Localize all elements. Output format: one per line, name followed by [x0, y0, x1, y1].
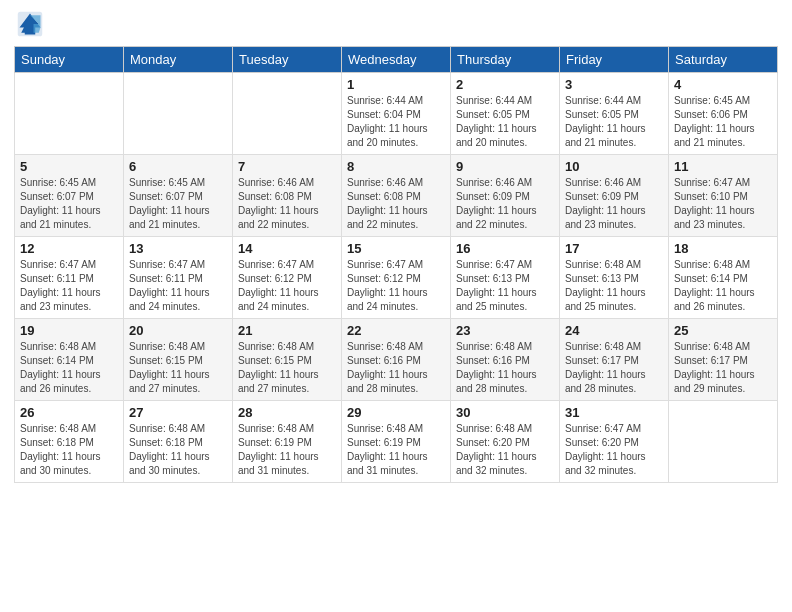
day-info: Sunrise: 6:46 AMSunset: 6:08 PMDaylight:…: [347, 176, 445, 232]
day-info: Sunrise: 6:47 AMSunset: 6:12 PMDaylight:…: [238, 258, 336, 314]
calendar-header-row: SundayMondayTuesdayWednesdayThursdayFrid…: [15, 47, 778, 73]
day-number: 7: [238, 159, 336, 174]
col-header-saturday: Saturday: [669, 47, 778, 73]
calendar-cell: 3Sunrise: 6:44 AMSunset: 6:05 PMDaylight…: [560, 73, 669, 155]
day-info: Sunrise: 6:48 AMSunset: 6:16 PMDaylight:…: [456, 340, 554, 396]
day-info: Sunrise: 6:47 AMSunset: 6:13 PMDaylight:…: [456, 258, 554, 314]
calendar-cell: 1Sunrise: 6:44 AMSunset: 6:04 PMDaylight…: [342, 73, 451, 155]
calendar-cell: [15, 73, 124, 155]
day-info: Sunrise: 6:48 AMSunset: 6:18 PMDaylight:…: [129, 422, 227, 478]
calendar-week-row: 12Sunrise: 6:47 AMSunset: 6:11 PMDayligh…: [15, 237, 778, 319]
day-number: 24: [565, 323, 663, 338]
calendar-cell: [669, 401, 778, 483]
calendar-week-row: 26Sunrise: 6:48 AMSunset: 6:18 PMDayligh…: [15, 401, 778, 483]
day-number: 22: [347, 323, 445, 338]
day-info: Sunrise: 6:47 AMSunset: 6:11 PMDaylight:…: [129, 258, 227, 314]
col-header-thursday: Thursday: [451, 47, 560, 73]
calendar-cell: 5Sunrise: 6:45 AMSunset: 6:07 PMDaylight…: [15, 155, 124, 237]
calendar-cell: 24Sunrise: 6:48 AMSunset: 6:17 PMDayligh…: [560, 319, 669, 401]
calendar-cell: 28Sunrise: 6:48 AMSunset: 6:19 PMDayligh…: [233, 401, 342, 483]
day-info: Sunrise: 6:48 AMSunset: 6:13 PMDaylight:…: [565, 258, 663, 314]
page: SundayMondayTuesdayWednesdayThursdayFrid…: [0, 0, 792, 612]
calendar-cell: [124, 73, 233, 155]
day-number: 15: [347, 241, 445, 256]
calendar-cell: 23Sunrise: 6:48 AMSunset: 6:16 PMDayligh…: [451, 319, 560, 401]
calendar-cell: 20Sunrise: 6:48 AMSunset: 6:15 PMDayligh…: [124, 319, 233, 401]
logo-icon: [16, 10, 44, 38]
day-info: Sunrise: 6:46 AMSunset: 6:09 PMDaylight:…: [565, 176, 663, 232]
calendar-cell: 30Sunrise: 6:48 AMSunset: 6:20 PMDayligh…: [451, 401, 560, 483]
calendar-cell: 26Sunrise: 6:48 AMSunset: 6:18 PMDayligh…: [15, 401, 124, 483]
calendar-cell: 11Sunrise: 6:47 AMSunset: 6:10 PMDayligh…: [669, 155, 778, 237]
day-number: 23: [456, 323, 554, 338]
day-info: Sunrise: 6:47 AMSunset: 6:12 PMDaylight:…: [347, 258, 445, 314]
calendar-cell: 22Sunrise: 6:48 AMSunset: 6:16 PMDayligh…: [342, 319, 451, 401]
calendar-cell: 16Sunrise: 6:47 AMSunset: 6:13 PMDayligh…: [451, 237, 560, 319]
day-info: Sunrise: 6:44 AMSunset: 6:05 PMDaylight:…: [565, 94, 663, 150]
day-number: 28: [238, 405, 336, 420]
calendar-cell: 8Sunrise: 6:46 AMSunset: 6:08 PMDaylight…: [342, 155, 451, 237]
day-number: 10: [565, 159, 663, 174]
calendar-cell: [233, 73, 342, 155]
day-info: Sunrise: 6:46 AMSunset: 6:08 PMDaylight:…: [238, 176, 336, 232]
calendar-cell: 14Sunrise: 6:47 AMSunset: 6:12 PMDayligh…: [233, 237, 342, 319]
calendar-week-row: 5Sunrise: 6:45 AMSunset: 6:07 PMDaylight…: [15, 155, 778, 237]
day-number: 6: [129, 159, 227, 174]
day-info: Sunrise: 6:47 AMSunset: 6:20 PMDaylight:…: [565, 422, 663, 478]
calendar-week-row: 19Sunrise: 6:48 AMSunset: 6:14 PMDayligh…: [15, 319, 778, 401]
day-number: 5: [20, 159, 118, 174]
calendar-table: SundayMondayTuesdayWednesdayThursdayFrid…: [14, 46, 778, 483]
logo: [14, 10, 44, 38]
day-info: Sunrise: 6:48 AMSunset: 6:16 PMDaylight:…: [347, 340, 445, 396]
day-info: Sunrise: 6:44 AMSunset: 6:05 PMDaylight:…: [456, 94, 554, 150]
day-number: 13: [129, 241, 227, 256]
calendar-cell: 19Sunrise: 6:48 AMSunset: 6:14 PMDayligh…: [15, 319, 124, 401]
day-info: Sunrise: 6:48 AMSunset: 6:17 PMDaylight:…: [674, 340, 772, 396]
col-header-monday: Monday: [124, 47, 233, 73]
calendar-cell: 4Sunrise: 6:45 AMSunset: 6:06 PMDaylight…: [669, 73, 778, 155]
day-number: 19: [20, 323, 118, 338]
day-number: 25: [674, 323, 772, 338]
calendar-cell: 18Sunrise: 6:48 AMSunset: 6:14 PMDayligh…: [669, 237, 778, 319]
day-info: Sunrise: 6:48 AMSunset: 6:19 PMDaylight:…: [238, 422, 336, 478]
day-number: 2: [456, 77, 554, 92]
day-info: Sunrise: 6:48 AMSunset: 6:14 PMDaylight:…: [674, 258, 772, 314]
day-number: 26: [20, 405, 118, 420]
day-number: 27: [129, 405, 227, 420]
day-number: 12: [20, 241, 118, 256]
calendar-cell: 2Sunrise: 6:44 AMSunset: 6:05 PMDaylight…: [451, 73, 560, 155]
day-info: Sunrise: 6:48 AMSunset: 6:18 PMDaylight:…: [20, 422, 118, 478]
calendar-cell: 7Sunrise: 6:46 AMSunset: 6:08 PMDaylight…: [233, 155, 342, 237]
day-info: Sunrise: 6:45 AMSunset: 6:07 PMDaylight:…: [129, 176, 227, 232]
calendar-cell: 6Sunrise: 6:45 AMSunset: 6:07 PMDaylight…: [124, 155, 233, 237]
day-info: Sunrise: 6:46 AMSunset: 6:09 PMDaylight:…: [456, 176, 554, 232]
day-number: 4: [674, 77, 772, 92]
day-number: 16: [456, 241, 554, 256]
calendar-cell: 17Sunrise: 6:48 AMSunset: 6:13 PMDayligh…: [560, 237, 669, 319]
calendar-cell: 31Sunrise: 6:47 AMSunset: 6:20 PMDayligh…: [560, 401, 669, 483]
day-info: Sunrise: 6:45 AMSunset: 6:07 PMDaylight:…: [20, 176, 118, 232]
day-number: 20: [129, 323, 227, 338]
day-info: Sunrise: 6:48 AMSunset: 6:14 PMDaylight:…: [20, 340, 118, 396]
calendar-cell: 25Sunrise: 6:48 AMSunset: 6:17 PMDayligh…: [669, 319, 778, 401]
day-number: 31: [565, 405, 663, 420]
col-header-sunday: Sunday: [15, 47, 124, 73]
day-number: 9: [456, 159, 554, 174]
day-info: Sunrise: 6:45 AMSunset: 6:06 PMDaylight:…: [674, 94, 772, 150]
day-number: 8: [347, 159, 445, 174]
day-number: 1: [347, 77, 445, 92]
day-info: Sunrise: 6:48 AMSunset: 6:20 PMDaylight:…: [456, 422, 554, 478]
calendar-cell: 9Sunrise: 6:46 AMSunset: 6:09 PMDaylight…: [451, 155, 560, 237]
day-info: Sunrise: 6:48 AMSunset: 6:15 PMDaylight:…: [238, 340, 336, 396]
calendar-cell: 10Sunrise: 6:46 AMSunset: 6:09 PMDayligh…: [560, 155, 669, 237]
day-info: Sunrise: 6:47 AMSunset: 6:11 PMDaylight:…: [20, 258, 118, 314]
calendar-cell: 13Sunrise: 6:47 AMSunset: 6:11 PMDayligh…: [124, 237, 233, 319]
day-number: 18: [674, 241, 772, 256]
calendar-week-row: 1Sunrise: 6:44 AMSunset: 6:04 PMDaylight…: [15, 73, 778, 155]
day-number: 29: [347, 405, 445, 420]
calendar-cell: 21Sunrise: 6:48 AMSunset: 6:15 PMDayligh…: [233, 319, 342, 401]
day-number: 14: [238, 241, 336, 256]
col-header-tuesday: Tuesday: [233, 47, 342, 73]
day-info: Sunrise: 6:48 AMSunset: 6:19 PMDaylight:…: [347, 422, 445, 478]
day-number: 17: [565, 241, 663, 256]
